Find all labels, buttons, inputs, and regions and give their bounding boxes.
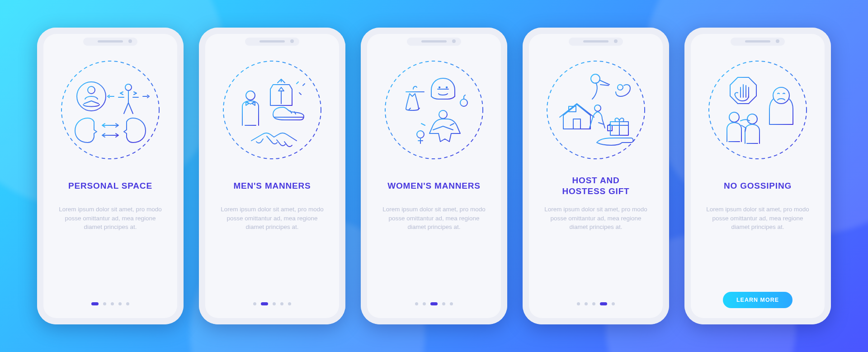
svg-point-14 <box>709 61 807 159</box>
svg-point-5 <box>246 91 255 100</box>
page-dot[interactable] <box>126 302 129 305</box>
page-dot[interactable] <box>253 302 256 305</box>
phone-speaker <box>259 40 285 43</box>
onboarding-screen-personal-space: PERSONAL SPACE Lorem ipsum dolor sit ame… <box>37 28 184 324</box>
screen-title: NO GOSSIPING <box>724 175 792 197</box>
screen-body: Lorem ipsum dolor sit amet, pro modo pos… <box>542 205 650 232</box>
svg-point-9 <box>460 99 467 106</box>
screen-title: PERSONAL SPACE <box>68 175 152 197</box>
phone-speaker <box>98 40 123 43</box>
page-dot[interactable] <box>612 302 615 305</box>
page-dot[interactable] <box>111 302 114 305</box>
pagination-dots <box>253 302 291 308</box>
mens-manners-icon <box>220 57 325 162</box>
page-dot[interactable] <box>280 302 283 305</box>
svg-point-15 <box>773 87 789 104</box>
page-dot[interactable] <box>415 302 418 305</box>
svg-point-2 <box>88 86 95 94</box>
page-dot[interactable] <box>442 302 445 305</box>
svg-point-0 <box>61 61 159 159</box>
screen-title: HOST AND HOSTESS GIFT <box>562 175 630 197</box>
svg-point-3 <box>125 84 132 90</box>
phone-speaker <box>745 40 770 43</box>
screen-body: Lorem ipsum dolor sit amet, pro modo pos… <box>380 205 488 232</box>
pagination-dots <box>577 302 615 308</box>
page-dot[interactable] <box>577 302 580 305</box>
svg-point-13 <box>594 105 601 111</box>
learn-more-button[interactable]: LEARN MORE <box>723 292 793 308</box>
svg-point-10 <box>439 110 447 119</box>
svg-point-4 <box>223 61 321 159</box>
phone-camera <box>452 39 456 43</box>
svg-point-17 <box>747 114 757 124</box>
phone-stage: PERSONAL SPACE Lorem ipsum dolor sit ame… <box>0 0 868 352</box>
personal-space-icon <box>58 57 163 162</box>
svg-point-7 <box>439 87 440 88</box>
svg-point-12 <box>547 61 645 159</box>
svg-point-16 <box>729 112 739 122</box>
womens-manners-icon <box>382 57 486 162</box>
onboarding-screen-womens-manners: WOMEN'S MANNERS Lorem ipsum dolor sit am… <box>361 28 507 324</box>
pagination-dots <box>91 302 129 308</box>
page-dot-active[interactable] <box>261 302 268 305</box>
page-dot[interactable] <box>592 302 595 305</box>
page-dot-active[interactable] <box>600 302 607 305</box>
svg-point-6 <box>385 61 483 159</box>
page-dot[interactable] <box>450 302 453 305</box>
svg-point-11 <box>417 131 424 138</box>
page-dot-active[interactable] <box>430 302 438 305</box>
page-dot[interactable] <box>423 302 426 305</box>
svg-point-8 <box>446 87 447 88</box>
page-dot[interactable] <box>288 302 291 305</box>
page-dot[interactable] <box>273 302 276 305</box>
page-dot[interactable] <box>118 302 122 305</box>
page-dot[interactable] <box>585 302 588 305</box>
screen-body: Lorem ipsum dolor sit amet, pro modo pos… <box>703 205 812 232</box>
screen-body: Lorem ipsum dolor sit amet, pro modo pos… <box>56 205 165 232</box>
onboarding-screen-host-gift: HOST AND HOSTESS GIFT Lorem ipsum dolor … <box>523 28 669 324</box>
phone-camera <box>290 39 294 43</box>
page-dot[interactable] <box>103 302 106 305</box>
phone-camera <box>776 39 779 43</box>
phone-speaker <box>421 40 447 43</box>
phone-camera <box>128 39 132 43</box>
screen-title: MEN'S MANNERS <box>233 175 311 197</box>
page-dot-active[interactable] <box>91 302 99 305</box>
pagination-dots <box>415 302 453 308</box>
screen-title: WOMEN'S MANNERS <box>387 175 480 197</box>
onboarding-screen-mens-manners: MEN'S MANNERS Lorem ipsum dolor sit amet… <box>199 28 345 324</box>
host-gift-icon <box>543 57 648 162</box>
no-gossiping-icon <box>705 57 810 162</box>
phone-speaker <box>583 40 609 43</box>
onboarding-screen-no-gossiping: NO GOSSIPING Lorem ipsum dolor sit amet,… <box>684 28 831 324</box>
screen-body: Lorem ipsum dolor sit amet, pro modo pos… <box>218 205 326 232</box>
phone-camera <box>614 39 618 43</box>
